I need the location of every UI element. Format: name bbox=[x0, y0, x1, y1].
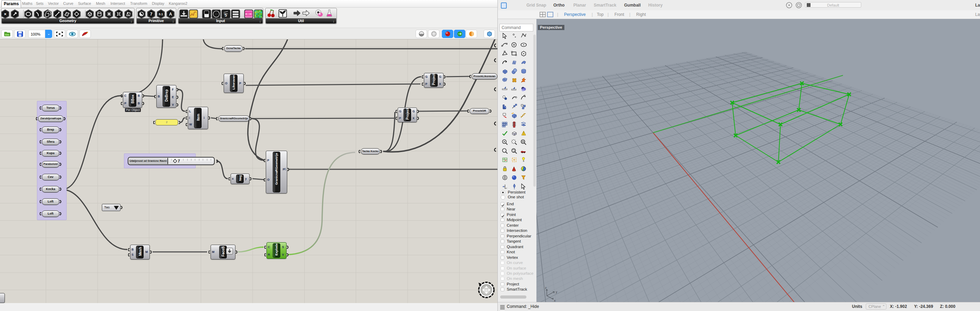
svg-text:0.1: 0.1 bbox=[159, 13, 163, 16]
svg-text:7: 7 bbox=[150, 12, 153, 17]
svg-text:z: z bbox=[545, 286, 546, 290]
svg-text:y: y bbox=[556, 290, 557, 294]
svg-text:×: × bbox=[4, 11, 6, 17]
svg-text:A: A bbox=[169, 12, 172, 17]
svg-text:5: 5 bbox=[224, 13, 227, 18]
